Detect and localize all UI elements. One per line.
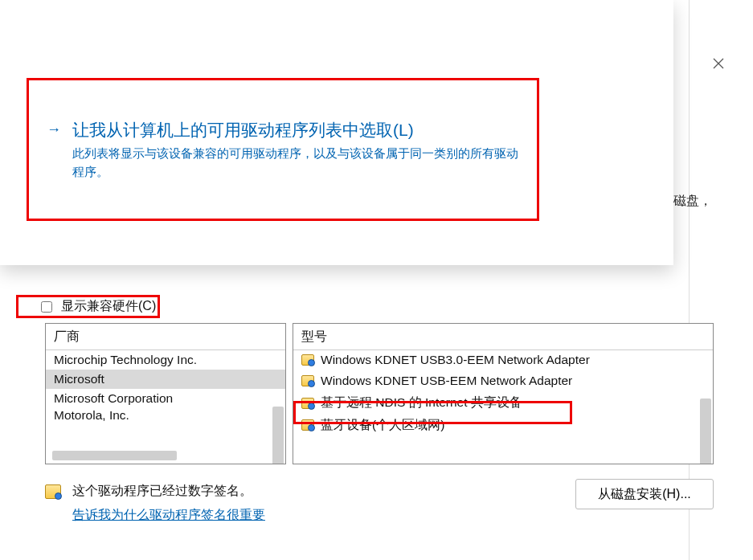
certificate-icon <box>45 484 61 499</box>
show-compatible-input[interactable] <box>41 301 52 313</box>
list-item[interactable]: Windows KDNET USB-EEM Network Adapter <box>293 371 713 392</box>
pick-driver-option-desc: 此列表将显示与该设备兼容的可用驱动程序，以及与该设备属于同一类别的所有驱动程序。 <box>72 145 519 181</box>
pick-driver-option[interactable]: → 让我从计算机上的可用驱动程序列表中选取(L) 此列表将显示与该设备兼容的可用… <box>27 78 539 221</box>
list-item[interactable]: Microchip Technology Inc. <box>46 350 285 370</box>
list-item[interactable]: Windows KDNET USB3.0-EEM Network Adapter <box>293 350 713 371</box>
show-compatible-checkbox[interactable]: 显示兼容硬件(C) <box>38 298 156 315</box>
manufacturer-listbox: 厂商 Microchip Technology Inc. Microsoft M… <box>45 323 286 464</box>
manufacturer-body: Microchip Technology Inc. Microsoft Micr… <box>46 350 285 464</box>
driver-icon <box>301 398 314 409</box>
driver-icon <box>301 419 314 431</box>
signed-message: 这个驱动程序已经过数字签名。 <box>72 483 265 500</box>
wizard-panel: → 让我从计算机上的可用驱动程序列表中选取(L) 此列表将显示与该设备兼容的可用… <box>0 0 673 265</box>
why-signing-link[interactable]: 告诉我为什么驱动程序签名很重要 <box>72 507 265 524</box>
scrollbar-horizontal[interactable] <box>52 451 177 460</box>
list-item[interactable]: Motorola, Inc. <box>46 408 285 423</box>
scrollbar-vertical[interactable] <box>700 399 711 464</box>
list-item[interactable]: 基于远程 NDIS 的 Internet 共享设备 <box>293 392 713 415</box>
arrow-right-icon: → <box>47 121 61 138</box>
driver-icon <box>301 375 314 386</box>
driver-icon <box>301 354 314 366</box>
have-disk-button[interactable]: 从磁盘安装(H)... <box>575 479 714 509</box>
model-body: Windows KDNET USB3.0-EEM Network Adapter… <box>293 350 713 464</box>
scrollbar-vertical[interactable] <box>272 407 284 464</box>
driver-lists: 厂商 Microchip Technology Inc. Microsoft M… <box>45 323 714 464</box>
list-item[interactable]: Microsoft <box>46 370 285 389</box>
manufacturer-header: 厂商 <box>46 324 285 350</box>
show-compatible-label: 显示兼容硬件(C) <box>61 298 156 315</box>
list-item[interactable]: 蓝牙设备(个人区域网) <box>293 415 713 437</box>
list-item[interactable]: Microsoft Corporation <box>46 389 285 408</box>
adjacent-panel <box>689 0 753 560</box>
pick-driver-option-title: 让我从计算机上的可用驱动程序列表中选取(L) <box>72 119 519 141</box>
close-icon[interactable] <box>708 53 729 74</box>
signed-driver-row: 这个驱动程序已经过数字签名。 告诉我为什么驱动程序签名很重要 <box>45 483 265 524</box>
background-text-fragment: 磁盘， <box>673 193 712 210</box>
model-header: 型号 <box>293 324 713 350</box>
model-listbox: 型号 Windows KDNET USB3.0-EEM Network Adap… <box>293 323 714 464</box>
show-compatible-row: 显示兼容硬件(C) <box>16 295 160 318</box>
